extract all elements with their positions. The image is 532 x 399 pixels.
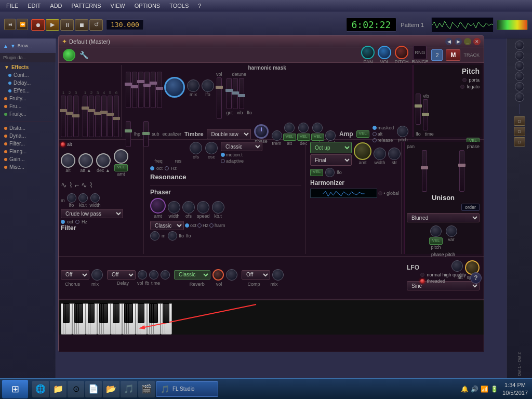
harm-main-knob[interactable]: [354, 142, 371, 160]
harm-width-knob[interactable]: [374, 148, 386, 160]
osc11-fader[interactable]: [132, 72, 137, 108]
sidebar-item-flang[interactable]: Flang...: [2, 148, 54, 155]
fl-studio-taskbar-app[interactable]: 🎵 FL Studio: [156, 381, 218, 397]
amt2-knob[interactable]: [114, 149, 128, 164]
phaser-lfo-knob[interactable]: [150, 231, 159, 241]
blurred-select[interactable]: Blurred: [407, 213, 480, 222]
kbt-knob[interactable]: [78, 193, 88, 203]
menu-help[interactable]: ?: [194, 2, 205, 10]
mix-knob[interactable]: [187, 79, 200, 92]
harm-str-knob[interactable]: [388, 148, 401, 160]
pan-knob[interactable]: [361, 46, 375, 59]
delay-select[interactable]: Off: [107, 270, 136, 280]
menu-file[interactable]: FILE: [2, 2, 22, 10]
freq-knob[interactable]: [150, 142, 167, 158]
harm-vel[interactable]: VEL: [310, 169, 323, 176]
hz-phaser[interactable]: [197, 223, 202, 228]
fl-studio-icon[interactable]: 🎵: [121, 381, 137, 397]
sidebar-item-dyna[interactable]: Dyna...: [2, 132, 54, 140]
sub-fader[interactable]: [143, 121, 149, 147]
close-button[interactable]: ✕: [473, 38, 481, 45]
ch-btn-2[interactable]: □: [514, 127, 525, 136]
oct-phaser[interactable]: [185, 223, 189, 228]
nav-left-button[interactable]: ◀: [445, 38, 453, 45]
osc13-fader[interactable]: [144, 72, 150, 108]
osc6-fader[interactable]: [95, 96, 100, 137]
trem-knob[interactable]: [272, 130, 282, 141]
ch-knob-6[interactable]: [515, 92, 524, 102]
resonance-mode-select[interactable]: Classic: [221, 142, 262, 151]
center-main-knob[interactable]: [164, 77, 185, 98]
legato-led[interactable]: [460, 85, 464, 89]
pause-button[interactable]: ⏸: [60, 19, 74, 31]
start-button[interactable]: ⊞: [2, 380, 28, 398]
sidebar-item-cont[interactable]: Cont...: [2, 71, 54, 79]
unison-pan-fader[interactable]: [422, 150, 427, 192]
oct-radio-res[interactable]: [150, 166, 154, 170]
pluck-knob[interactable]: [325, 130, 336, 141]
att2-knob[interactable]: [78, 153, 93, 168]
sidebar-item-fru[interactable]: Fru...: [2, 102, 54, 110]
phaser-mode-select[interactable]: Classic: [150, 221, 184, 230]
nav-right-button[interactable]: ▶: [455, 38, 462, 45]
piano-keyboard[interactable]: [59, 299, 484, 335]
phaser-main-knob[interactable]: [150, 198, 166, 214]
piano-black-key[interactable]: [65, 303, 70, 323]
ch-knob-2[interactable]: [515, 51, 524, 60]
ofs-knob[interactable]: [190, 142, 202, 154]
phaser-kbt-knob[interactable]: [212, 201, 224, 214]
lfo-knob[interactable]: [202, 79, 214, 92]
sidebar-effects-folder[interactable]: ▼ Effects: [2, 63, 54, 71]
filter-vel[interactable]: VEL: [114, 164, 127, 171]
rewind-button[interactable]: ⏪: [17, 19, 28, 30]
prev-button[interactable]: ⏮: [4, 19, 16, 30]
comp-select[interactable]: Off: [242, 270, 270, 280]
folder2-icon[interactable]: 📂: [103, 381, 119, 397]
explorer-icon[interactable]: 📁: [50, 381, 66, 397]
phaser-ofs-knob[interactable]: [182, 201, 195, 214]
global-led[interactable]: [378, 191, 382, 195]
osc10-fader[interactable]: [126, 72, 131, 108]
dec-knob[interactable]: [298, 123, 309, 133]
power-led[interactable]: [63, 49, 75, 61]
vib-depth-fader[interactable]: [416, 94, 421, 125]
delay-vol-knob[interactable]: [138, 270, 147, 280]
pitch-knob[interactable]: [395, 46, 408, 59]
chrome-icon[interactable]: ⊙: [68, 381, 84, 397]
piano-black-key[interactable]: [128, 303, 133, 323]
pitch-env-knob[interactable]: [397, 126, 408, 137]
ch-knob-3[interactable]: [515, 61, 524, 71]
ch-knob-1[interactable]: [515, 41, 524, 50]
chorus-select[interactable]: Off: [61, 270, 89, 280]
sidebar-item-disto[interactable]: Disto...: [2, 124, 54, 132]
lfo2-knob[interactable]: [67, 193, 76, 203]
sidebar-item-gain[interactable]: Gain...: [2, 155, 54, 163]
video-icon[interactable]: 🎬: [138, 381, 155, 397]
piano-black-key[interactable]: [78, 303, 83, 323]
lfo-time-fader[interactable]: [423, 99, 428, 130]
width-knob[interactable]: [90, 193, 100, 203]
stop-button[interactable]: ⏹: [75, 19, 88, 31]
osc4-fader[interactable]: [83, 96, 88, 137]
unison-pitch-vel[interactable]: VEL: [429, 237, 442, 245]
ch-knob-4[interactable]: [515, 72, 524, 81]
oct-up-select[interactable]: Oct up: [310, 142, 352, 153]
osc15-fader[interactable]: [157, 72, 162, 108]
settings-icon[interactable]: 🔧: [79, 51, 88, 59]
motion-t-radio[interactable]: [221, 153, 225, 157]
phaser-lfo2-knob[interactable]: [168, 231, 177, 241]
mute-button[interactable]: M: [446, 49, 460, 61]
phaser-speed-knob[interactable]: [197, 201, 209, 214]
adaptive-radio[interactable]: [221, 159, 225, 163]
menu-patterns[interactable]: PATTERNS: [68, 2, 105, 10]
phaser-width-knob[interactable]: [168, 201, 180, 214]
amp-vel[interactable]: VEL: [356, 130, 369, 138]
harm-phaser[interactable]: [209, 223, 214, 228]
vib-fader[interactable]: [233, 78, 238, 109]
unison-var-knob[interactable]: [446, 225, 457, 237]
osc7-fader[interactable]: [101, 96, 107, 137]
osc5-fader[interactable]: [89, 96, 94, 137]
sidebar-item-delay[interactable]: Delay...: [2, 79, 54, 87]
threaded-led[interactable]: [420, 279, 424, 283]
help-button[interactable]: ?: [470, 272, 482, 284]
